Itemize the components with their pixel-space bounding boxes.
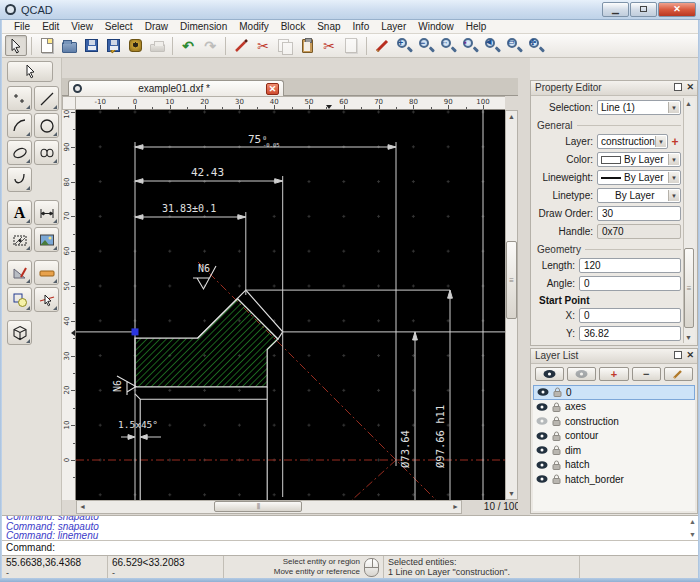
draw-order-input[interactable]: 30 bbox=[597, 206, 681, 221]
redo-button[interactable]: ↷ bbox=[199, 35, 221, 56]
property-pencil-button[interactable] bbox=[371, 35, 393, 56]
drawing-canvas[interactable]: 75 0 -0.05 42.43 31.83±0.1 1.5x45° Ø73.6… bbox=[76, 110, 505, 500]
scroll-up-arrow[interactable]: ▲ bbox=[683, 98, 694, 109]
save-as-button[interactable] bbox=[102, 35, 124, 56]
palette-arc-tool[interactable] bbox=[7, 113, 32, 138]
horizontal-scroll-thumb[interactable]: ⦀ bbox=[214, 501, 302, 512]
paste-reference-button[interactable] bbox=[340, 35, 362, 56]
document-tab[interactable]: example01.dxf * ✕ bbox=[68, 80, 284, 96]
zoom-window-button[interactable]: ▪ bbox=[459, 35, 481, 56]
scroll-down-arrow[interactable]: ▼ bbox=[506, 488, 517, 499]
lock-icon[interactable] bbox=[552, 460, 561, 470]
scroll-down-arrow[interactable]: ▼ bbox=[683, 332, 694, 343]
color-combo[interactable]: By Layer▼ bbox=[597, 152, 681, 167]
menu-window[interactable]: Window bbox=[412, 21, 460, 32]
layer-row-hatch[interactable]: hatch bbox=[533, 458, 695, 473]
property-editor-title-bar[interactable]: Property Editor ✕ bbox=[531, 81, 697, 96]
show-all-layers-button[interactable] bbox=[535, 367, 564, 381]
new-file-button[interactable] bbox=[36, 35, 58, 56]
lock-icon[interactable] bbox=[552, 474, 561, 484]
remove-layer-button[interactable]: − bbox=[632, 367, 661, 381]
palette-text-tool[interactable]: A bbox=[7, 200, 32, 225]
minimize-button[interactable]: ▁ bbox=[602, 2, 629, 17]
lineweight-combo[interactable]: By Layer▼ bbox=[597, 170, 681, 185]
command-line[interactable]: Command: bbox=[2, 540, 698, 555]
palette-image-tool[interactable] bbox=[34, 227, 59, 252]
property-editor-scrollbar[interactable]: ▲ ≡ ▼ bbox=[683, 98, 695, 343]
print-button[interactable] bbox=[146, 35, 168, 56]
zoom-out-button[interactable]: − bbox=[415, 35, 437, 56]
scroll-left-arrow[interactable]: ◄ bbox=[77, 501, 88, 512]
close-panel-icon[interactable]: ✕ bbox=[686, 83, 694, 92]
horizontal-scrollbar[interactable]: ◄ ⦀ ► bbox=[76, 500, 462, 514]
palette-select-tool[interactable] bbox=[34, 287, 59, 312]
start-x-input[interactable]: 0 bbox=[579, 308, 681, 323]
cut-reference-button[interactable]: ✂ bbox=[318, 35, 340, 56]
title-bar[interactable]: QCAD ▁ ✕ bbox=[0, 0, 700, 20]
layer-row-axes[interactable]: axes bbox=[533, 400, 695, 415]
previous-view-button[interactable]: ◀ bbox=[481, 35, 503, 56]
eye-icon[interactable] bbox=[536, 431, 548, 441]
open-file-button[interactable] bbox=[58, 35, 80, 56]
lock-icon[interactable] bbox=[552, 402, 561, 412]
menu-layer[interactable]: Layer bbox=[375, 21, 412, 32]
palette-block-tool[interactable] bbox=[7, 287, 32, 312]
linetype-combo[interactable]: By Layer▼ bbox=[597, 188, 681, 203]
tab-close-button[interactable]: ✕ bbox=[266, 83, 279, 95]
copy-button[interactable] bbox=[274, 35, 296, 56]
layer-combo[interactable]: construction▼ bbox=[597, 134, 668, 149]
layer-row-dim[interactable]: dim bbox=[533, 443, 695, 458]
menu-help[interactable]: Help bbox=[460, 21, 493, 32]
palette-spline-tool[interactable] bbox=[34, 140, 59, 165]
cut-button[interactable]: ✂ bbox=[252, 35, 274, 56]
eye-icon[interactable] bbox=[536, 416, 548, 426]
undo-button[interactable]: ↶ bbox=[177, 35, 199, 56]
menu-draw[interactable]: Draw bbox=[139, 21, 174, 32]
paste-button[interactable] bbox=[296, 35, 318, 56]
eye-icon[interactable] bbox=[537, 387, 549, 397]
pan-button[interactable]: ✣ bbox=[525, 35, 547, 56]
lock-icon[interactable] bbox=[552, 445, 561, 455]
eye-icon[interactable] bbox=[536, 445, 548, 455]
menu-file[interactable]: File bbox=[8, 21, 36, 32]
palette-hatch-tool[interactable] bbox=[7, 227, 32, 252]
palette-info-tool[interactable] bbox=[34, 260, 59, 285]
selection-endpoint-marker[interactable] bbox=[132, 328, 139, 335]
edit-layer-button[interactable] bbox=[664, 367, 693, 381]
float-panel-icon[interactable] bbox=[674, 351, 682, 359]
menu-view[interactable]: View bbox=[65, 21, 99, 32]
auto-zoom-button[interactable]: ↔ bbox=[437, 35, 459, 56]
hide-all-layers-button[interactable] bbox=[567, 367, 596, 381]
command-history[interactable]: Command: snapautoCommand: snapautoComman… bbox=[2, 515, 698, 540]
length-input[interactable]: 120 bbox=[579, 258, 681, 273]
lock-icon[interactable] bbox=[552, 431, 561, 441]
menu-dimension[interactable]: Dimension bbox=[174, 21, 233, 32]
eye-icon[interactable] bbox=[536, 474, 548, 484]
draw-pen-button[interactable] bbox=[230, 35, 252, 56]
palette-selection-tool[interactable] bbox=[7, 61, 53, 82]
property-editor-scroll-thumb[interactable]: ≡ bbox=[684, 248, 694, 328]
lock-icon[interactable] bbox=[552, 416, 561, 426]
layer-row-contour[interactable]: contour bbox=[533, 429, 695, 444]
palette-dimension-tool[interactable] bbox=[34, 200, 59, 225]
save-button[interactable] bbox=[80, 35, 102, 56]
close-button[interactable]: ✕ bbox=[658, 2, 696, 17]
layer-row-hatch_border[interactable]: hatch_border bbox=[533, 472, 695, 487]
add-layer-button[interactable]: + bbox=[668, 135, 682, 149]
menu-snap[interactable]: Snap bbox=[311, 21, 346, 32]
palette-polyline-tool[interactable] bbox=[7, 167, 32, 192]
palette-ellipse-tool[interactable] bbox=[7, 140, 32, 165]
selection-combo[interactable]: Line (1)▼ bbox=[597, 100, 681, 115]
palette-circle-tool[interactable] bbox=[34, 113, 59, 138]
zoom-selection-button[interactable]: ▭ bbox=[503, 35, 525, 56]
history-scroll-up-icon[interactable]: ▲ bbox=[689, 518, 696, 525]
layer-list-title-bar[interactable]: Layer List ✕ bbox=[531, 349, 697, 364]
eye-icon[interactable] bbox=[536, 402, 548, 412]
history-scroll-down-icon[interactable]: ▼ bbox=[689, 531, 696, 538]
add-layer-button[interactable]: + bbox=[599, 367, 628, 381]
lock-icon[interactable] bbox=[553, 387, 562, 397]
vertical-scrollbar[interactable]: ▲ ≡ ▼ bbox=[505, 110, 518, 500]
close-panel-icon[interactable]: ✕ bbox=[686, 351, 694, 360]
scroll-up-arrow[interactable]: ▲ bbox=[506, 111, 517, 122]
layer-row-construction[interactable]: construction bbox=[533, 414, 695, 429]
